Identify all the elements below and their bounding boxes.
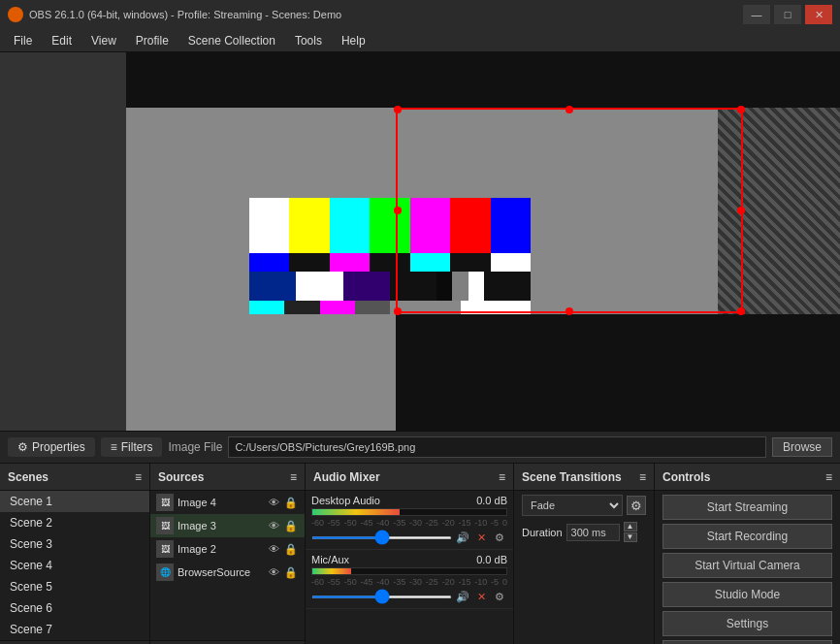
filter-icon: ≡ (111, 440, 117, 454)
scene-item[interactable]: Scene 6 (0, 597, 149, 619)
start-recording-button[interactable]: Start Recording (662, 524, 832, 549)
source-lock-button[interactable]: 🔒 (283, 564, 299, 580)
scenes-menu-icon[interactable]: ≡ (135, 470, 142, 484)
duration-input[interactable] (566, 524, 620, 541)
controls-title: Controls (662, 470, 710, 484)
source-visibility-button[interactable]: 👁 (266, 564, 281, 580)
handle-ml[interactable] (394, 207, 402, 214)
handle-bm[interactable] (565, 307, 573, 315)
scenes-footer: + − ▲ ▼ (0, 640, 149, 644)
transitions-content: Fade Cut Swipe Slide ⚙ Duration ▲ ▼ (514, 491, 654, 644)
handle-tr[interactable] (737, 106, 745, 113)
handle-tm[interactable] (565, 106, 573, 113)
source-name: Image 2 (178, 543, 216, 555)
duration-up-button[interactable]: ▲ (624, 522, 637, 531)
mic-aux-mute-button[interactable]: 🔊 (455, 589, 470, 604)
minimize-button[interactable]: — (743, 5, 770, 24)
settings-button[interactable]: Settings (662, 611, 832, 636)
duration-row: Duration ▲ ▼ (514, 520, 654, 544)
scene-item[interactable]: Scene 2 (0, 512, 149, 533)
desktop-audio-mute-button[interactable]: 🔊 (455, 530, 470, 545)
source-type-icon: 🖼 (156, 517, 174, 534)
source-item-image3[interactable]: 🖼 Image 3 👁 🔒 (150, 514, 305, 537)
source-name: BrowserSource (178, 566, 250, 578)
menu-file[interactable]: File (4, 32, 42, 49)
source-type-icon: 🖼 (156, 494, 174, 511)
source-actions: 👁 🔒 (266, 541, 299, 557)
transition-type-select[interactable]: Fade Cut Swipe Slide (522, 495, 623, 516)
desktop-audio-meter (311, 508, 507, 516)
scene-transitions-panel: Scene Transitions ≡ Fade Cut Swipe Slide… (514, 464, 655, 644)
mic-aux-settings-button[interactable]: ✕ (473, 589, 489, 604)
desktop-audio-slider[interactable] (311, 536, 452, 539)
source-actions: 👁 🔒 (266, 518, 299, 533)
menu-profile[interactable]: Profile (126, 32, 178, 49)
titlebar: OBS 26.1.0 (64-bit, windows) - Profile: … (0, 0, 840, 29)
filters-tab[interactable]: ≡ Filters (101, 437, 163, 457)
transition-settings-button[interactable]: ⚙ (627, 496, 646, 515)
source-lock-button[interactable]: 🔒 (283, 495, 299, 510)
source-visibility-button[interactable]: 👁 (266, 541, 281, 557)
meter-scale: -60-55-50-45-40-35-30-25-20-15-10-50 (311, 518, 507, 528)
desktop-audio-header: Desktop Audio 0.0 dB (311, 495, 507, 506)
image-file-input[interactable] (228, 436, 766, 458)
menu-view[interactable]: View (81, 32, 126, 49)
desktop-audio-controls: 🔊 ✕ ⚙ (311, 530, 507, 545)
mic-aux-slider[interactable] (311, 596, 452, 598)
scene-item[interactable]: Scene 3 (0, 533, 149, 555)
menu-scene-collection[interactable]: Scene Collection (178, 32, 285, 49)
handle-tl[interactable] (394, 106, 402, 113)
close-button[interactable]: ✕ (805, 5, 832, 24)
desktop-audio-fill (312, 509, 400, 515)
duration-down-button[interactable]: ▼ (624, 532, 637, 542)
controls-menu-icon[interactable]: ≡ (825, 470, 832, 484)
controls-header: Controls ≡ (655, 464, 840, 491)
menu-tools[interactable]: Tools (285, 32, 332, 49)
menu-edit[interactable]: Edit (42, 32, 81, 49)
mic-aux-meter (311, 567, 507, 575)
transitions-menu-icon[interactable]: ≡ (639, 470, 646, 484)
controls-buttons: Start Streaming Start Recording Start Vi… (655, 491, 840, 644)
menu-help[interactable]: Help (332, 32, 375, 49)
handle-bl[interactable] (394, 307, 402, 315)
mic-aux-fill (312, 568, 351, 574)
mic-aux-controls: 🔊 ✕ ⚙ (311, 589, 507, 604)
browse-button[interactable]: Browse (772, 437, 832, 457)
mic-aux-config-button[interactable]: ⚙ (492, 589, 507, 604)
desktop-audio-level: 0.0 dB (476, 495, 507, 506)
scene-item[interactable]: Scene 1 (0, 491, 149, 512)
source-visibility-button[interactable]: 👁 (266, 495, 281, 510)
desktop-audio-channel: Desktop Audio 0.0 dB -60-55-50-45-40-35-… (306, 491, 513, 550)
transitions-header: Scene Transitions ≡ (514, 464, 654, 491)
duration-label: Duration (522, 527, 563, 538)
source-lock-button[interactable]: 🔒 (283, 541, 299, 557)
sources-menu-icon[interactable]: ≡ (290, 470, 297, 484)
scenes-title: Scenes (8, 470, 48, 484)
scenes-header: Scenes ≡ (0, 464, 149, 491)
handle-mr[interactable] (737, 207, 745, 214)
meter-scale-mic: -60-55-50-45-40-35-30-25-20-15-10-50 (311, 577, 507, 587)
start-streaming-button[interactable]: Start Streaming (662, 495, 832, 520)
source-visibility-button[interactable]: 👁 (266, 518, 281, 533)
properties-tab[interactable]: ⚙ Properties (8, 437, 95, 457)
handle-br[interactable] (737, 307, 745, 315)
window-controls: — □ ✕ (743, 5, 832, 24)
canvas (0, 52, 840, 431)
preview-area (0, 52, 840, 431)
studio-mode-button[interactable]: Studio Mode (662, 582, 832, 607)
audio-header: Audio Mixer ≡ (306, 464, 513, 491)
scene-item[interactable]: Scene 5 (0, 576, 149, 597)
source-item-image2[interactable]: 🖼 Image 2 👁 🔒 (150, 537, 305, 561)
scene-item[interactable]: Scene 4 (0, 555, 149, 576)
maximize-button[interactable]: □ (774, 5, 801, 24)
source-item-browser[interactable]: 🌐 BrowserSource 👁 🔒 (150, 561, 305, 584)
source-item-image4[interactable]: 🖼 Image 4 👁 🔒 (150, 491, 305, 514)
desktop-audio-settings-button[interactable]: ✕ (473, 530, 489, 545)
exit-button[interactable]: Exit (662, 640, 832, 644)
preview-bottom-right-black (396, 314, 840, 431)
audio-menu-icon[interactable]: ≡ (499, 470, 505, 484)
start-virtual-camera-button[interactable]: Start Virtual Camera (662, 553, 832, 578)
desktop-audio-config-button[interactable]: ⚙ (492, 530, 507, 545)
source-lock-button[interactable]: 🔒 (283, 518, 299, 533)
scene-item[interactable]: Scene 7 (0, 619, 149, 640)
